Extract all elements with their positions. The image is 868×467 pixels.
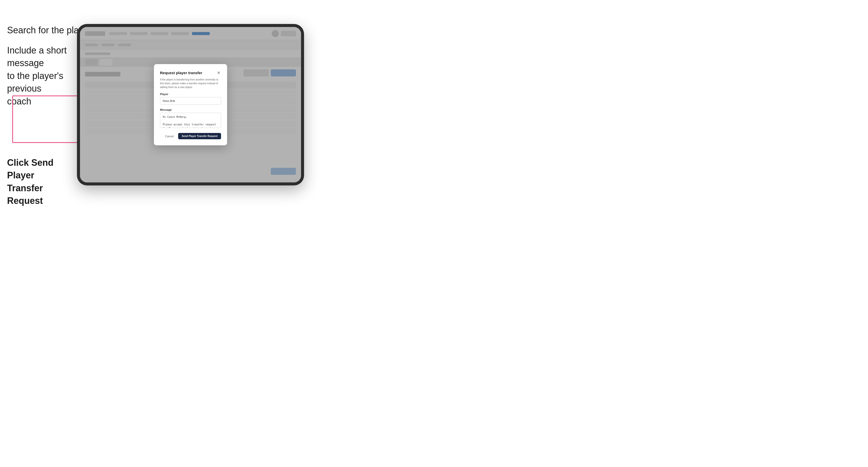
annotation-message: Include a short message to the player's … bbox=[7, 44, 78, 108]
modal-footer: Cancel Send Player Transfer Request bbox=[160, 133, 221, 139]
player-label: Player bbox=[160, 93, 221, 96]
tablet-device: Request player transfer ✕ If the player … bbox=[77, 24, 304, 185]
modal-overlay: Request player transfer ✕ If the player … bbox=[80, 27, 301, 182]
modal-close-button[interactable]: ✕ bbox=[216, 70, 221, 75]
modal-description: If the player is transferring from anoth… bbox=[160, 78, 221, 89]
tablet-screen: Request player transfer ✕ If the player … bbox=[80, 27, 301, 182]
modal-title: Request player transfer bbox=[160, 71, 203, 75]
modal-dialog: Request player transfer ✕ If the player … bbox=[154, 64, 227, 145]
message-label: Message bbox=[160, 108, 221, 111]
annotation-click: Click Send Player Transfer Request bbox=[7, 156, 73, 208]
modal-header: Request player transfer ✕ bbox=[160, 70, 221, 75]
player-input[interactable] bbox=[160, 97, 221, 105]
message-textarea[interactable] bbox=[160, 113, 221, 128]
send-transfer-request-button[interactable]: Send Player Transfer Request bbox=[178, 133, 221, 139]
cancel-button[interactable]: Cancel bbox=[162, 133, 176, 139]
